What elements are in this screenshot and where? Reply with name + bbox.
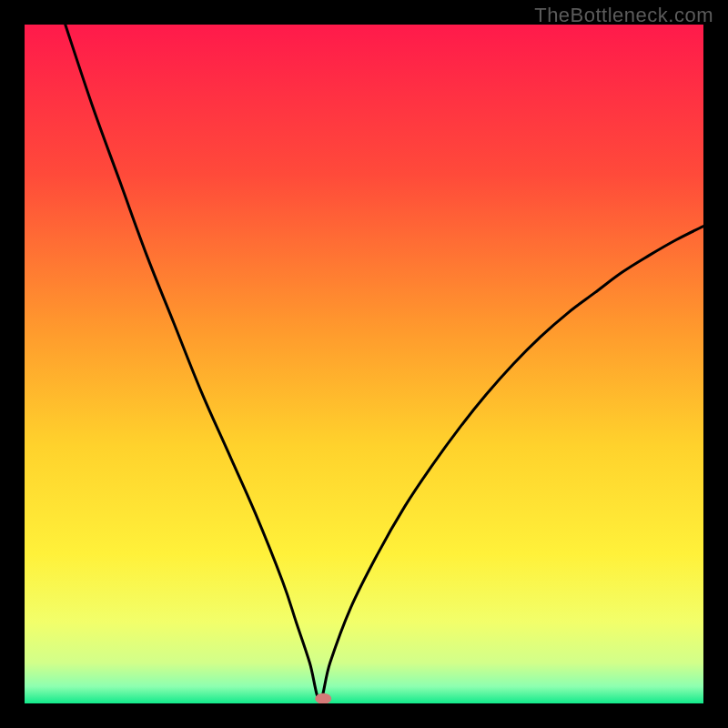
plot-area [25, 25, 703, 703]
chart-frame: TheBottleneck.com [0, 0, 728, 728]
watermark-text: TheBottleneck.com [534, 4, 713, 27]
bottleneck-chart [25, 25, 703, 703]
gradient-background [25, 25, 703, 703]
